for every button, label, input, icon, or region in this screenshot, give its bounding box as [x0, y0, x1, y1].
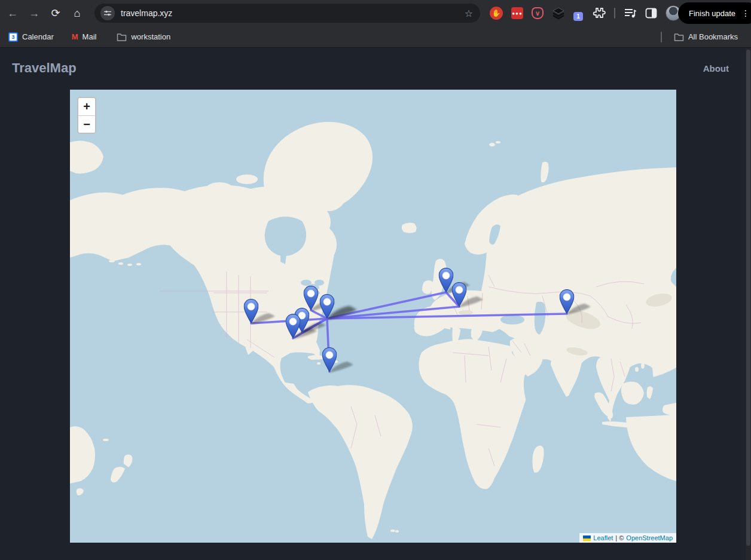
layers-icon[interactable]	[552, 7, 565, 20]
home-icon[interactable]: ⌂	[68, 4, 86, 22]
pocket-icon[interactable]: ∨	[532, 7, 544, 19]
toolbar-separator	[614, 8, 615, 19]
adblock-icon[interactable]: ✋	[490, 7, 503, 20]
password-manager-icon[interactable]: ●●●	[511, 7, 523, 19]
reload-icon[interactable]: ⟳	[47, 4, 65, 22]
url-text[interactable]: travelmap.xyz	[121, 8, 463, 18]
folder-icon	[117, 33, 127, 41]
all-bookmarks-button[interactable]: All Bookmarks	[669, 30, 743, 44]
address-bar[interactable]: travelmap.xyz ☆	[94, 4, 480, 23]
zoom-in-button[interactable]: +	[78, 98, 95, 115]
side-panel-icon[interactable]	[645, 7, 657, 19]
bookmark-star-icon[interactable]: ☆	[463, 8, 474, 19]
ukraine-flag-icon	[583, 535, 591, 541]
openstreetmap-link[interactable]: OpenStreetMap	[626, 534, 673, 541]
finish-update-button[interactable]: Finish update ⋮	[678, 2, 751, 24]
leaflet-map[interactable]: + − Leaflet | © OpenStreetMap	[70, 90, 676, 543]
browser-menu-icon[interactable]: ⋮	[741, 8, 750, 18]
leaflet-zoom-control: + −	[77, 97, 96, 134]
calendar-icon: 3	[8, 32, 18, 42]
extension-badge[interactable]: 1	[573, 12, 583, 21]
bookmark-folder-workstation[interactable]: workstation	[112, 30, 175, 44]
zoom-out-button[interactable]: −	[78, 115, 95, 133]
scrollbar-thumb[interactable]	[746, 50, 750, 546]
bookmark-label: workstation	[131, 32, 170, 41]
bookmark-label: Calendar	[22, 32, 54, 41]
browser-toolbar: ← → ⟳ ⌂ travelmap.xyz ☆ ✋ ●●● ∨ 1	[0, 0, 751, 26]
gmail-icon: M	[72, 32, 78, 41]
extensions-puzzle-icon[interactable]	[591, 6, 606, 20]
world-map[interactable]	[70, 90, 676, 543]
forward-icon[interactable]: →	[25, 4, 43, 22]
media-controls-icon[interactable]	[624, 7, 637, 19]
extensions-row: ✋ ●●● ∨ 1	[490, 5, 681, 21]
page-title: TravelMap	[12, 60, 77, 76]
page-scrollbar[interactable]	[746, 48, 751, 560]
bookmarks-separator	[661, 32, 662, 42]
travelmap-page: TravelMap About	[0, 48, 746, 560]
leaflet-link[interactable]: Leaflet	[593, 534, 613, 541]
bookmark-calendar[interactable]: 3 Calendar	[4, 30, 59, 44]
back-icon[interactable]: ←	[4, 4, 22, 22]
bookmark-mail[interactable]: M Mail	[67, 30, 102, 44]
all-bookmarks-label: All Bookmarks	[688, 32, 738, 41]
attribution-separator: | ©	[615, 534, 624, 541]
map-attribution: Leaflet | © OpenStreetMap	[579, 533, 676, 543]
tune-sliders-icon	[104, 10, 111, 17]
site-info-icon[interactable]	[100, 6, 115, 20]
bookmarks-bar: 3 Calendar M Mail workstation All Bookma…	[0, 26, 751, 48]
folder-icon	[674, 33, 684, 41]
finish-update-label: Finish update	[689, 9, 735, 18]
bookmark-label: Mail	[83, 32, 97, 41]
nav-about-link[interactable]: About	[703, 63, 729, 74]
